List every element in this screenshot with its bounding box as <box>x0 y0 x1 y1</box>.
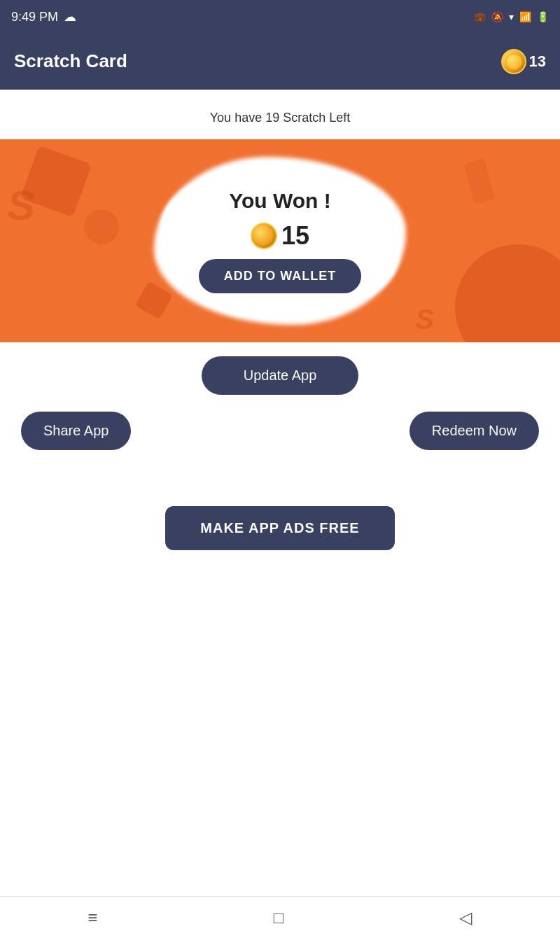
you-won-text: You Won ! <box>229 189 331 213</box>
add-to-wallet-button[interactable]: ADD TO WALLET <box>199 259 362 293</box>
update-app-button[interactable]: Update App <box>202 356 359 395</box>
cloud-icon: ☁ <box>64 9 76 24</box>
app-bar: Scratch Card 13 <box>0 34 560 90</box>
battery-icon: 🔋 <box>537 11 549 22</box>
deco-circle-2 <box>84 209 119 244</box>
make-ads-free-button[interactable]: MAKE APP ADS FREE <box>165 506 394 550</box>
won-coin-icon <box>251 223 277 249</box>
coin-icon <box>501 49 526 74</box>
coin-badge: 13 <box>501 49 546 74</box>
scratch-left-text: You have 19 Scratch Left <box>210 111 350 125</box>
briefcase-icon: 💼 <box>474 11 486 22</box>
wifi-icon: 📶 <box>519 11 531 22</box>
signal-icon: ▾ <box>509 11 514 22</box>
bottom-nav: ≡ □ ◁ <box>0 896 560 938</box>
won-amount-value: 15 <box>281 221 309 251</box>
notifications-icon: 🔕 <box>491 11 503 22</box>
deco-rect-2 <box>464 158 496 204</box>
share-app-button[interactable]: Share App <box>21 412 131 450</box>
buttons-section: Update App Share App Redeem Now MAKE APP… <box>0 356 560 550</box>
coin-count: 13 <box>529 52 546 71</box>
main-content: You have 19 Scratch Left S S You Won ! 1… <box>0 90 560 938</box>
app-title: Scratch Card <box>14 50 127 72</box>
side-buttons-row: Share App Redeem Now <box>14 412 546 450</box>
deco-circle-1 <box>455 244 560 342</box>
time-text: 9:49 PM <box>11 10 58 24</box>
status-icons: 💼 🔕 ▾ 📶 🔋 <box>474 11 549 22</box>
won-amount: 15 <box>251 221 309 251</box>
nav-back-icon[interactable]: ◁ <box>459 908 472 927</box>
redeem-now-button[interactable]: Redeem Now <box>410 412 539 450</box>
scratch-result: You Won ! 15 ADD TO WALLET <box>161 164 399 318</box>
nav-menu-icon[interactable]: ≡ <box>88 908 98 927</box>
deco-s-letter-2: S <box>415 304 434 335</box>
deco-s-letter: S <box>7 181 35 230</box>
status-bar: 9:49 PM ☁ 💼 🔕 ▾ 📶 🔋 <box>0 0 560 34</box>
scratch-content: You Won ! 15 ADD TO WALLET <box>199 189 362 293</box>
status-time: 9:49 PM ☁ <box>11 9 76 24</box>
scratch-card-area[interactable]: S S You Won ! 15 ADD TO WALLET <box>0 139 560 342</box>
nav-home-icon[interactable]: □ <box>274 908 284 927</box>
